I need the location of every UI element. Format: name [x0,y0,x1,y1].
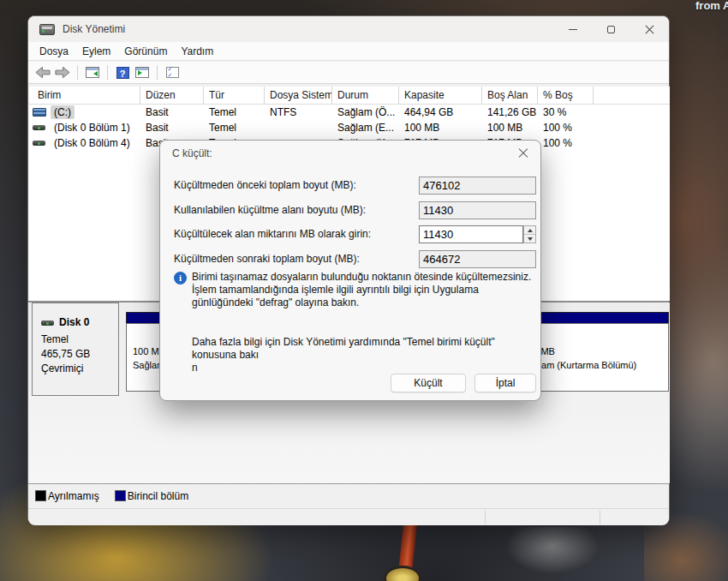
cell: Basit [140,106,204,118]
field-label: Küçültmeden sonraki toplam boyut (MB): [174,250,360,268]
drive-c-icon [33,108,46,117]
legend-label: Birincil bölüm [128,490,188,502]
field-label: Küçültülecek alan miktarını MB olarak gi… [174,225,371,243]
cell: Temel [204,106,265,118]
column-header[interactable]: Düzen [140,87,204,104]
toolbar-separator [157,65,158,80]
disk-icon [33,141,45,146]
field-label: Küçültmeden önceki toplam boyut (MB): [174,177,356,195]
volume-row[interactable]: (Disk 0 Bölüm 1)BasitTemelSağlam (E...10… [29,120,670,135]
disk-size: 465,75 GB [41,347,118,362]
cancel-button[interactable]: İptal [474,374,536,392]
spinner-up-button[interactable] [524,226,535,234]
volume-row[interactable]: (C:)BasitTemelNTFSSağlam (Ö...464,94 GB1… [29,105,670,120]
disk-type: Temel [41,332,118,347]
legend-swatch [35,490,46,501]
cell: Sağlam (Ö... [332,106,399,118]
minimize-icon [569,29,577,30]
maximize-icon [607,26,615,33]
column-header-filler [594,87,670,104]
menu-bar: DosyaEylemGörünümYardım [28,42,669,61]
menu-item[interactable]: Dosya [33,44,75,59]
shrink-button[interactable]: Küçült [391,374,466,392]
checklist-icon [166,67,179,78]
cell: 100 MB [482,122,538,134]
dialog-info-text: Birimi taşınamaz dosyaların bulunduğu no… [192,271,533,309]
cell: 141,26 GB [482,106,538,118]
minimize-button[interactable] [553,16,592,42]
column-header[interactable]: Birim [29,87,140,104]
back-arrow-icon [35,66,51,79]
help-button[interactable]: ? [115,66,130,80]
cell: (Disk 0 Bölüm 4) [29,136,140,150]
partition-status: Sağlam (Kurtarma Bölümü) [522,358,668,372]
arrow-down-icon [528,237,533,241]
forward-arrow-icon [55,66,70,79]
readonly-field: 11430 [419,201,536,219]
column-header[interactable]: Boş Alan [482,87,538,104]
toolbar-separator [107,65,108,80]
volume-name: (Disk 0 Bölüm 1) [51,121,134,135]
column-header[interactable]: Kapasite [399,87,482,104]
menu-item[interactable]: Yardım [174,44,220,59]
dialog-title: C küçült: [172,147,212,159]
disk-name: Disk 0 [59,315,89,330]
readonly-field: 476102 [419,177,536,195]
column-header[interactable]: Tür [204,87,265,104]
field-label: Kullanılabilen küçültme alanı boyutu (MB… [174,201,366,219]
wallpaper-badge [384,566,421,581]
shrink-amount-input[interactable]: 11430 [419,225,523,243]
cell: 464,94 GB [399,106,482,118]
volume-name: (Disk 0 Bölüm 4) [51,136,134,150]
toolbar-separator [77,65,78,80]
cell: 100 MB [399,122,482,134]
forward-button[interactable] [55,66,70,80]
legend-swatch [115,490,126,501]
cell: NTFS [265,106,332,118]
legend-item: Birincil bölüm [115,490,188,502]
statusbar-separator [600,511,600,524]
cell: Sağlam (E... [332,122,399,134]
statusbar-separator [485,511,486,524]
disk-management-app-icon [39,24,55,35]
readonly-field: 464672 [419,250,536,268]
info-icon: i [174,272,187,285]
volume-name: (C:) [51,105,75,119]
action-window-icon [135,67,149,78]
maximize-button[interactable] [592,16,630,42]
cell: 30 % [538,106,594,118]
cell: Basit [140,122,204,134]
disk0-panel[interactable]: Disk 0 Temel 465,75 GB Çevrimiçi [32,302,119,396]
console-tree-button[interactable] [85,66,100,80]
spinner [523,225,536,243]
arrow-up-icon [528,229,533,232]
legend-bar: AyrılmamışBirincil bölüm [28,483,669,507]
console-window-icon [86,67,99,78]
menu-item[interactable]: Eylem [75,44,117,59]
partition-size: 717 MB [522,344,668,358]
back-button[interactable] [35,66,51,80]
dialog-close-icon[interactable] [518,148,528,159]
wallpaper-watermark: from A [695,0,728,12]
close-icon [645,25,654,34]
action-pane-button[interactable] [134,66,150,80]
legend-item: Ayrılmamış [35,490,99,502]
cell: 100 % [538,137,594,149]
cell: (C:) [29,105,140,119]
volume-list-header: BirimDüzenTürDosya SistemiDurumKapasiteB… [29,87,670,105]
customize-view-button[interactable] [164,66,180,80]
close-button[interactable] [630,16,669,42]
column-header[interactable]: Dosya Sistemi [265,87,332,104]
shrink-dialog: C küçült: Küçültmeden önceki toplam boyu… [159,140,541,401]
spinner-down-button[interactable] [524,234,535,243]
cell: (Disk 0 Bölüm 1) [29,121,140,135]
disk-status: Çevrimiçi [41,362,118,376]
column-header[interactable]: % Boş [538,87,594,104]
column-header[interactable]: Durum [332,87,399,104]
toolbar: ? [28,62,669,84]
menu-item[interactable]: Görünüm [117,44,174,59]
wallpaper-emblem [505,527,600,574]
help-icon: ? [116,67,129,79]
legend-label: Ayrılmamış [48,490,99,502]
window-title: Disk Yönetimi [63,23,125,35]
